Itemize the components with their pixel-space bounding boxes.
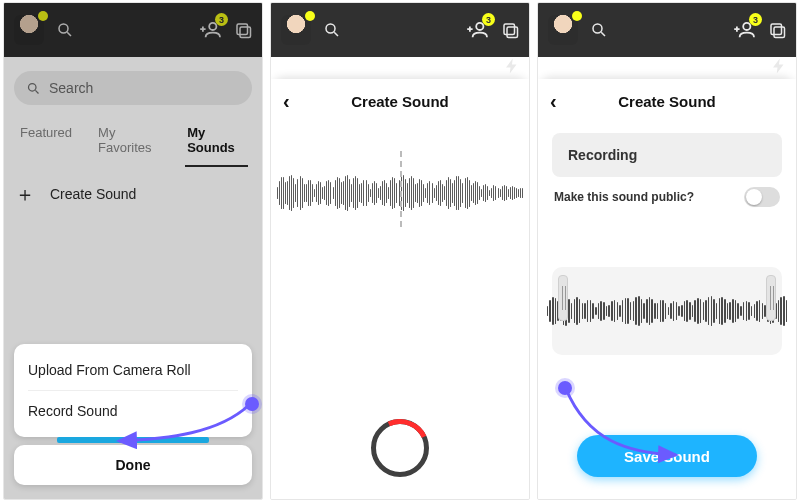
page-title: Create Sound — [618, 93, 716, 110]
add-friend-icon[interactable] — [200, 21, 222, 39]
sounds-tabs: Featured My Favorites My Sounds — [18, 119, 248, 167]
cards-icon[interactable] — [501, 21, 519, 39]
back-button[interactable]: ‹ — [283, 90, 290, 113]
action-sheet: Upload From Camera Roll Record Sound Don… — [14, 344, 252, 485]
profile-avatar[interactable] — [548, 15, 578, 45]
search-placeholder: Search — [49, 80, 93, 96]
svg-point-12 — [593, 24, 602, 33]
svg-rect-15 — [771, 24, 782, 35]
tab-featured[interactable]: Featured — [18, 119, 74, 167]
svg-point-7 — [326, 24, 335, 33]
create-sound-label: Create Sound — [50, 186, 136, 202]
svg-line-1 — [67, 32, 71, 36]
save-sound-button[interactable]: Save Sound — [577, 435, 757, 477]
cards-icon[interactable] — [768, 21, 786, 39]
save-sound-label: Save Sound — [624, 448, 710, 465]
search-icon[interactable] — [323, 21, 341, 39]
done-label: Done — [116, 457, 151, 473]
svg-rect-16 — [774, 27, 785, 38]
screenshot-step-2: ‹ Create Sound — [270, 2, 530, 500]
action-sheet-options: Upload From Camera Roll Record Sound — [14, 344, 252, 437]
svg-rect-11 — [507, 27, 518, 38]
make-public-toggle[interactable] — [744, 187, 780, 207]
playhead-divider — [400, 151, 402, 227]
flash-icon[interactable] — [770, 57, 788, 78]
tab-my-sounds[interactable]: My Sounds — [185, 119, 248, 167]
clip-waveform — [547, 281, 788, 341]
make-public-row: Make this sound public? — [538, 187, 796, 207]
profile-avatar[interactable] — [14, 15, 44, 45]
svg-line-13 — [601, 32, 605, 36]
screenshot-step-3: ‹ Create Sound Recording Make this sound… — [537, 2, 797, 500]
svg-line-8 — [334, 32, 338, 36]
audio-clip-trimmer[interactable] — [552, 267, 782, 355]
svg-line-6 — [35, 90, 38, 93]
recording-waveform — [271, 123, 529, 223]
tab-my-favorites[interactable]: My Favorites — [96, 119, 163, 167]
app-topbar — [271, 3, 529, 57]
trim-handle-left[interactable] — [558, 275, 568, 321]
app-topbar — [538, 3, 796, 57]
record-button[interactable] — [371, 419, 429, 477]
flash-icon[interactable] — [503, 57, 521, 78]
search-icon[interactable] — [56, 21, 74, 39]
page-title: Create Sound — [351, 93, 449, 110]
app-topbar — [4, 3, 262, 57]
svg-point-9 — [476, 23, 483, 30]
create-sound-header: ‹ Create Sound — [271, 79, 529, 123]
make-public-label: Make this sound public? — [554, 190, 694, 204]
svg-point-0 — [59, 24, 68, 33]
create-sound-header: ‹ Create Sound — [538, 79, 796, 123]
svg-point-5 — [29, 83, 37, 91]
back-button[interactable]: ‹ — [550, 90, 557, 113]
svg-point-14 — [743, 23, 750, 30]
svg-rect-10 — [504, 24, 515, 35]
plus-icon: ＋ — [14, 183, 36, 205]
cards-icon[interactable] — [234, 21, 252, 39]
option-upload-camera-roll[interactable]: Upload From Camera Roll — [28, 350, 238, 390]
option-record-sound[interactable]: Record Sound — [28, 390, 238, 431]
add-friend-icon[interactable] — [467, 21, 489, 39]
screenshot-step-1: Search Featured My Favorites My Sounds ＋… — [3, 2, 263, 500]
profile-avatar[interactable] — [281, 15, 311, 45]
svg-point-2 — [209, 23, 216, 30]
search-icon[interactable] — [590, 21, 608, 39]
add-friend-icon[interactable] — [734, 21, 756, 39]
svg-rect-3 — [237, 24, 248, 35]
svg-rect-4 — [240, 27, 251, 38]
trim-handle-right[interactable] — [766, 275, 776, 321]
done-button[interactable]: Done — [14, 445, 252, 485]
search-input[interactable]: Search — [14, 71, 252, 105]
recording-name-field[interactable]: Recording — [552, 133, 782, 177]
create-sound-row[interactable]: ＋ Create Sound — [14, 183, 252, 205]
